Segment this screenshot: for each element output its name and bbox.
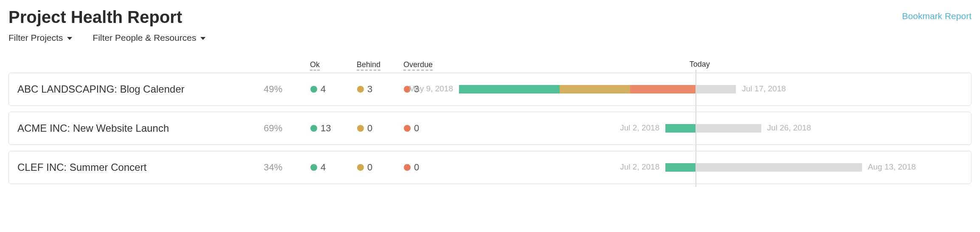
project-percent: 69%: [264, 123, 310, 134]
stat-ok-value: 4: [321, 84, 326, 95]
segment-behind: [560, 85, 630, 93]
stat-overdue: 0: [404, 162, 459, 173]
segment-future: [696, 163, 862, 172]
start-date-label: Jul 2, 2018: [620, 123, 659, 133]
stat-behind-value: 0: [367, 162, 372, 173]
stat-ok-value: 13: [321, 123, 331, 134]
stat-behind-value: 0: [367, 123, 372, 134]
stat-ok-value: 4: [321, 162, 326, 173]
end-date-label: Aug 13, 2018: [868, 162, 916, 172]
end-date-label: Jul 26, 2018: [767, 123, 811, 133]
timeline-bar: [665, 163, 862, 172]
project-percent: 49%: [264, 84, 310, 95]
start-date-label: Jul 2, 2018: [620, 162, 659, 172]
filter-people-label: Filter People & Resources: [93, 33, 196, 43]
stat-behind: 0: [357, 162, 404, 173]
page-title: Project Health Report: [8, 8, 182, 27]
project-row[interactable]: CLEF INC: Summer Concert34%400Jul 2, 201…: [8, 151, 972, 184]
project-row[interactable]: ABC LANDSCAPING: Blog Calender49%433May …: [8, 73, 972, 106]
stat-ok: 4: [310, 84, 357, 95]
col-header-behind: Behind: [357, 60, 380, 71]
segment-ok: [459, 85, 560, 93]
overdue-status-icon: [404, 164, 411, 171]
behind-status-icon: [357, 164, 364, 171]
stat-overdue: 0: [404, 123, 459, 134]
chevron-down-icon: [67, 37, 72, 40]
stat-behind: 3: [357, 84, 404, 95]
stat-overdue-value: 0: [414, 123, 419, 134]
project-timeline: Jul 2, 2018Jul 26, 2018: [459, 122, 963, 134]
col-header-overdue: Overdue: [403, 60, 433, 71]
segment-future: [696, 85, 736, 93]
behind-status-icon: [357, 125, 364, 132]
project-timeline: Jul 2, 2018Aug 13, 2018: [459, 161, 963, 173]
filter-projects-dropdown[interactable]: Filter Projects: [8, 33, 72, 43]
stat-ok: 4: [310, 162, 357, 173]
end-date-label: Jul 17, 2018: [742, 84, 786, 93]
stat-overdue-value: 0: [414, 162, 419, 173]
filter-projects-label: Filter Projects: [8, 33, 63, 43]
stat-behind-value: 3: [367, 84, 372, 95]
segment-ok: [665, 163, 696, 172]
project-name: ACME INC: New Website Launch: [17, 122, 264, 134]
overdue-status-icon: [404, 125, 411, 132]
ok-status-icon: [310, 125, 317, 132]
segment-overdue: [630, 85, 696, 93]
col-header-ok: Ok: [310, 60, 320, 71]
project-name: CLEF INC: Summer Concert: [17, 161, 264, 173]
behind-status-icon: [357, 86, 364, 93]
stat-behind: 0: [357, 123, 404, 134]
filter-people-dropdown[interactable]: Filter People & Resources: [93, 33, 206, 43]
start-date-label: May 9, 2018: [408, 84, 453, 93]
ok-status-icon: [310, 164, 317, 171]
project-percent: 34%: [264, 162, 310, 173]
bookmark-report-link[interactable]: Bookmark Report: [902, 11, 972, 21]
project-name: ABC LANDSCAPING: Blog Calender: [17, 83, 264, 95]
timeline-bar: [665, 124, 761, 133]
segment-ok: [665, 124, 696, 133]
ok-status-icon: [310, 86, 317, 93]
project-row[interactable]: ACME INC: New Website Launch69%1300Jul 2…: [8, 112, 972, 145]
stat-ok: 13: [310, 123, 357, 134]
timeline-bar: [459, 85, 736, 93]
project-timeline: May 9, 2018Jul 17, 2018: [459, 83, 963, 95]
chevron-down-icon: [200, 37, 206, 40]
segment-future: [696, 124, 761, 133]
today-label: Today: [690, 60, 710, 69]
